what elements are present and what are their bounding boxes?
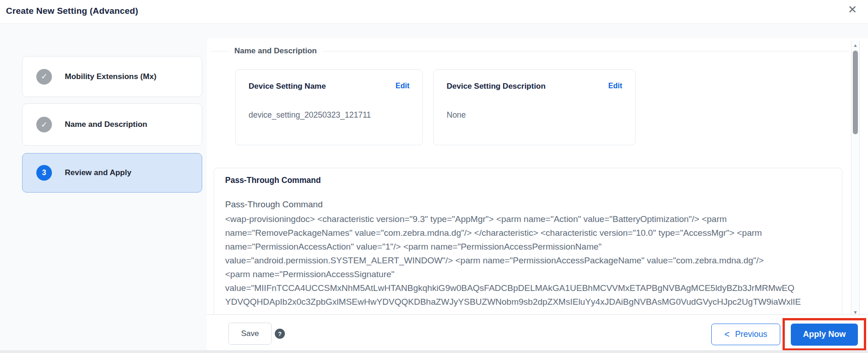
- scrollbar-thumb[interactable]: [853, 51, 858, 134]
- step-mobility-extensions[interactable]: ✓ Mobility Extensions (Mx): [22, 56, 202, 97]
- review-content-panel: Name and Description Device Setting Name…: [207, 38, 868, 350]
- command-line: YDVQQHDApIb2x0c3ZpbGxlMSEwHwYDVQQKDBhaZW…: [225, 295, 836, 309]
- command-line: name="RemovePackageNames" value="com.zeb…: [225, 226, 836, 240]
- command-line: value="MIIFnTCCA4UCCSMxNhM5AtLwHTANBgkqh…: [225, 281, 836, 295]
- scroll-up-icon[interactable]: ▲: [851, 41, 859, 49]
- step-number-badge: 3: [36, 165, 52, 181]
- save-button[interactable]: Save: [228, 323, 272, 345]
- step-label: Review and Apply: [65, 168, 131, 177]
- step-review-and-apply[interactable]: 3 Review and Apply: [22, 153, 202, 193]
- edit-description-link[interactable]: Edit: [608, 82, 622, 90]
- apply-now-button[interactable]: Apply Now: [791, 324, 858, 346]
- pass-through-card-title: Pass-Through Command: [225, 176, 321, 185]
- device-setting-name-card: Device Setting Name Edit device_setting_…: [235, 69, 423, 145]
- card-title: Device Setting Description: [447, 82, 545, 91]
- help-icon[interactable]: ?: [275, 329, 285, 339]
- section-legend-text: Name and Description: [229, 46, 323, 56]
- pass-through-field-label: Pass-Through Command: [225, 199, 323, 210]
- edit-name-link[interactable]: Edit: [396, 82, 409, 90]
- vertical-scrollbar[interactable]: ▲ ▼: [851, 40, 860, 317]
- command-line: <parm name="PermissionAccessSignature": [225, 268, 836, 281]
- step-name-and-description[interactable]: ✓ Name and Description: [22, 103, 202, 146]
- check-icon: ✓: [36, 117, 52, 132]
- footer-action-bar: Save ? < Previous Apply Now: [207, 314, 868, 350]
- previous-button-label: Previous: [735, 330, 767, 339]
- pass-through-command-card: Pass-Through Command Pass-Through Comman…: [214, 168, 842, 314]
- dialog-header: Create New Setting (Advanced) ✕: [0, 0, 868, 24]
- check-icon: ✓: [36, 69, 52, 85]
- bottom-edge-strip: [0, 350, 868, 353]
- card-title: Device Setting Name: [249, 82, 326, 91]
- close-icon[interactable]: ✕: [845, 2, 860, 17]
- section-legend: Name and Description: [210, 46, 849, 56]
- step-label: Name and Description: [65, 120, 148, 129]
- step-label: Mobility Extensions (Mx): [65, 72, 156, 81]
- red-highlight-annotation: Apply Now: [783, 318, 866, 351]
- command-line: <wap-provisioningdoc> <characteristic ve…: [225, 212, 836, 226]
- dialog-title: Create New Setting (Advanced): [6, 6, 138, 16]
- device-setting-name-value: device_setting_20250323_121711: [249, 110, 371, 120]
- chevron-left-icon: <: [724, 330, 730, 339]
- device-setting-description-value: None: [447, 110, 466, 120]
- command-line: name="PermissionAccessAction" value="1"/…: [225, 240, 836, 254]
- command-line: value="android.permission.SYSTEM_ALERT_W…: [225, 254, 836, 268]
- previous-button[interactable]: < Previous: [711, 324, 780, 345]
- scroll-viewport: Name and Description Device Setting Name…: [207, 38, 868, 314]
- device-setting-description-card: Device Setting Description Edit None: [433, 69, 635, 145]
- pass-through-command-text: <wap-provisioningdoc> <characteristic ve…: [225, 212, 836, 309]
